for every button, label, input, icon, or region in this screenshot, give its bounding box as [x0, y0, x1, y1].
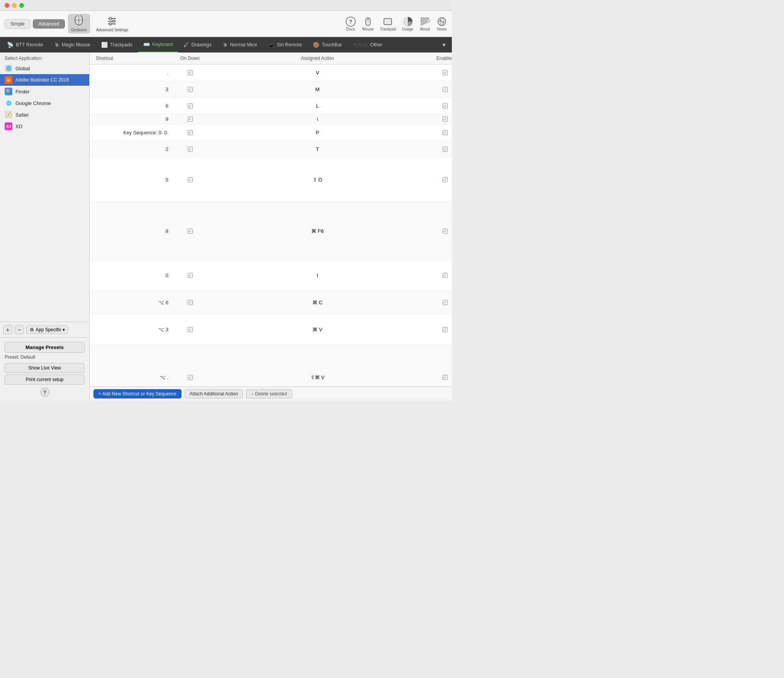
usage-button[interactable]: Usage — [402, 16, 413, 31]
tab-drawings[interactable]: 🖊 Drawings — [178, 37, 217, 53]
table-row[interactable]: 8✓⌘ F6✓次のドキュメント — [90, 202, 452, 260]
checkbox-checked-icon: ✓ — [443, 375, 448, 380]
mouse-button[interactable]: Mouse — [362, 16, 374, 31]
app-specific-button[interactable]: ⚙ App Specific ▾ — [26, 325, 68, 334]
checkbox-checked-icon: ✓ — [443, 103, 448, 108]
trackpad-button[interactable]: Trackpad — [380, 16, 396, 31]
shortcut-cell: 9 — [90, 115, 175, 123]
table-footer: + Add New Shortcut or Key Sequence Attac… — [90, 386, 452, 401]
table-row[interactable]: ⌥ .✓⇧⌘ V✓同じ位置にペースト — [90, 345, 452, 386]
on-down-cell[interactable]: ✓ — [175, 129, 205, 136]
news-label: News — [437, 27, 446, 31]
tab-dropdown-icon[interactable]: ▼ — [438, 42, 450, 48]
sidebar-item-chrome[interactable]: 🌐 Google Chrome — [0, 97, 89, 109]
advanced-settings-button[interactable]: Advanced Settings — [93, 14, 131, 34]
enabled-cell[interactable]: ✓ — [429, 272, 452, 279]
show-live-view-button[interactable]: Show Live View — [5, 363, 85, 373]
svg-point-7 — [112, 20, 115, 22]
enabled-cell[interactable]: ✓ — [429, 129, 452, 136]
tab-trackpads[interactable]: ⬜ Trackpads — [96, 37, 138, 53]
close-button[interactable] — [5, 3, 9, 8]
checkbox-checked-icon: ✓ — [188, 273, 193, 278]
table-row[interactable]: 9✓\✓線 — [90, 114, 452, 124]
on-down-cell[interactable]: ✓ — [175, 102, 205, 110]
help-button[interactable]: ? — [40, 388, 49, 397]
enabled-cell[interactable]: ✓ — [429, 227, 452, 235]
tab-normal-mice[interactable]: 🖱 Normal Mice — [217, 37, 263, 53]
other-dots-icon: ⚫⚫⚫ — [353, 43, 368, 47]
table-row[interactable]: 0✓I✓スポイト — [90, 260, 452, 291]
checkbox-checked-icon: ✓ — [443, 273, 448, 278]
tab-other[interactable]: ⚫⚫⚫ Other — [348, 37, 388, 53]
checkbox-checked-icon: ✓ — [188, 70, 193, 75]
checkbox-checked-icon: ✓ — [188, 177, 193, 182]
enabled-cell[interactable]: ✓ — [429, 374, 452, 381]
about-button[interactable]: About — [419, 16, 430, 31]
add-shortcut-button[interactable]: + Add New Shortcut or Key Sequence — [93, 389, 182, 398]
delete-selected-button[interactable]: – Delete selected — [246, 389, 292, 398]
enabled-cell[interactable]: ✓ — [429, 299, 452, 306]
table-header: Shortcut On Down Assigned Action Enabled… — [90, 53, 452, 64]
safari-app-icon: 🧭 — [5, 111, 12, 119]
print-setup-button[interactable]: Print current setup — [5, 375, 85, 385]
table-row[interactable]: 5✓⇧ O✓アートボード — [90, 158, 452, 202]
tab-magic-mouse[interactable]: 🖱 Magic Mouse — [49, 37, 96, 53]
toolbar: Simple Advanced Gestures Advanced Settin… — [0, 11, 452, 37]
on-down-cell[interactable]: ✓ — [175, 146, 205, 153]
on-down-cell[interactable]: ✓ — [175, 176, 205, 183]
simple-mode-button[interactable]: Simple — [5, 19, 31, 29]
on-down-cell[interactable]: ✓ — [175, 374, 205, 381]
gestures-button[interactable]: Gestures — [68, 14, 90, 34]
tab-siri-remote[interactable]: 📱 Siri Remote — [263, 37, 307, 53]
attach-action-button[interactable]: Attach Additional Action — [185, 389, 243, 398]
maximize-button[interactable] — [19, 3, 24, 8]
tab-btt-remote[interactable]: 📡 BTT Remote — [2, 37, 49, 53]
touchbar-icon: 🟤 — [313, 42, 319, 48]
action-cell: ⇧⌘ V — [205, 373, 429, 381]
enabled-cell[interactable]: ✓ — [429, 115, 452, 123]
sidebar-item-illustrator[interactable]: Ai Adobe Illustrator CC 2018 — [0, 74, 89, 86]
on-down-cell[interactable]: ✓ — [175, 326, 205, 333]
minimize-button[interactable] — [12, 3, 17, 8]
tab-touchbar[interactable]: 🟤 TouchBar — [307, 37, 348, 53]
sidebar-item-safari[interactable]: 🧭 Safari — [0, 109, 89, 120]
add-app-button[interactable]: + — [3, 325, 12, 334]
mouse-label: Mouse — [362, 27, 374, 31]
sidebar-item-global[interactable]: 🌐 Global — [0, 63, 89, 74]
table-row[interactable]: 6✓L✓円形 — [90, 98, 452, 114]
remove-app-button[interactable]: − — [15, 325, 24, 334]
table-row[interactable]: ⌥ 3✓⌘ V✓ペースト — [90, 314, 452, 345]
action-cell: V — [205, 69, 429, 77]
shortcut-header: Shortcut — [90, 54, 175, 63]
on-down-cell[interactable]: ✓ — [175, 86, 205, 93]
tab-keyboard[interactable]: ⌨️ Keyboard — [138, 37, 178, 53]
enabled-cell[interactable]: ✓ — [429, 146, 452, 153]
docs-button[interactable]: ? Docs — [345, 16, 356, 31]
table-area: Shortcut On Down Assigned Action Enabled… — [90, 53, 452, 401]
table-row[interactable]: Key Sequence: 0· 0·✓P✓ペン — [90, 124, 452, 141]
manage-presets-button[interactable]: Manage Presets — [5, 342, 85, 353]
on-down-cell[interactable]: ✓ — [175, 69, 205, 76]
table-row[interactable]: ⌥ 6✓⌘ C✓コピー — [90, 291, 452, 314]
advanced-mode-button[interactable]: Advanced — [33, 19, 65, 29]
table-row[interactable]: 3✓M✓矩形 — [90, 81, 452, 98]
checkbox-checked-icon: ✓ — [188, 327, 193, 332]
news-button[interactable]: News — [436, 16, 447, 31]
table-row[interactable]: .✓V✓選択 — [90, 64, 452, 81]
main-content: Select Application: 🌐 Global Ai Adobe Il… — [0, 53, 452, 401]
enabled-cell[interactable]: ✓ — [429, 326, 452, 333]
on-down-cell[interactable]: ✓ — [175, 115, 205, 123]
sidebar-item-xd[interactable]: Xd XD — [0, 120, 89, 132]
enabled-cell[interactable]: ✓ — [429, 86, 452, 93]
sidebar-item-finder[interactable]: 🔍 Finder — [0, 86, 89, 97]
enabled-header: Enabled — [429, 54, 452, 63]
on-down-cell[interactable]: ✓ — [175, 272, 205, 279]
on-down-cell[interactable]: ✓ — [175, 227, 205, 235]
on-down-cell[interactable]: ✓ — [175, 299, 205, 306]
enabled-cell[interactable]: ✓ — [429, 69, 452, 76]
enabled-cell[interactable]: ✓ — [429, 176, 452, 183]
table-body: .✓V✓選択3✓M✓矩形6✓L✓円形9✓\✓線Key Sequence: 0· … — [90, 64, 452, 386]
table-row[interactable]: 2✓T✓文字 — [90, 141, 452, 158]
checkbox-checked-icon: ✓ — [188, 87, 193, 92]
enabled-cell[interactable]: ✓ — [429, 102, 452, 110]
